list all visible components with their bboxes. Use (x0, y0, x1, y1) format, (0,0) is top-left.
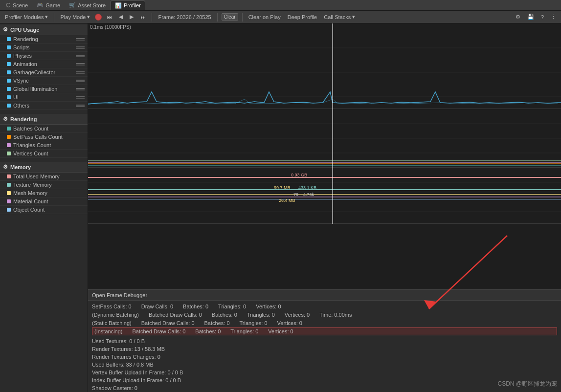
cpu-gi-label: Global Illumination (13, 86, 58, 92)
record-button[interactable] (95, 14, 102, 21)
svg-text:4.76k: 4.76k (303, 192, 314, 197)
stats-row-setpass: SetPass Calls: 0 Draw Calls: 0 Batches: … (92, 303, 557, 310)
next-frame-button[interactable]: ⏭ (138, 13, 148, 21)
call-stacks-arrow-icon: ▾ (352, 14, 355, 20)
setpass-calls-label: SetPass Calls Count (13, 134, 63, 140)
watermark: CSDN @野区捕龙为宠 (497, 380, 557, 388)
triangles-count-label: Triangles Count (13, 142, 51, 148)
toolbar: Profiler Modules ▾ Play Mode ▾ ⏮ ◀ ▶ ⏭ F… (0, 11, 561, 23)
right-panel: 0.1ms (10000FPS) 0.00ms (88, 23, 561, 392)
batches-stat-3: Batches: 0 (204, 320, 230, 326)
memory-section-title: Memory (10, 164, 31, 170)
step-back-button[interactable]: ◀ (117, 13, 125, 21)
call-stacks-button[interactable]: Call Stacks ▾ (322, 13, 357, 21)
stats-grid: SetPass Calls: 0 Draw Calls: 0 Batches: … (88, 301, 561, 337)
more-icon[interactable]: ⋮ (549, 13, 558, 21)
tab-game[interactable]: 🎮 Game (33, 0, 64, 10)
batches-count-label: Batches Count (13, 126, 48, 131)
step-forward-button[interactable]: ▶ (128, 13, 135, 21)
play-mode-label: Play Mode (60, 14, 86, 20)
cpu-section-header[interactable]: ⚙ CPU Usage (0, 24, 88, 35)
memory-section-header[interactable]: ⚙ Memory (0, 162, 88, 173)
total-memory-label: Total Used Memory (13, 174, 60, 179)
static-batching-label: (Static Batching) (92, 320, 132, 326)
rendering-chart-svg (88, 109, 561, 168)
separator-2 (152, 13, 152, 22)
save-icon[interactable]: 💾 (525, 13, 536, 21)
help-icon[interactable]: ? (539, 13, 546, 21)
rendering-lines (76, 38, 85, 41)
cpu-rendering[interactable]: Rendering (0, 35, 88, 44)
vertices-color (7, 152, 11, 155)
cpu-physics[interactable]: Physics (0, 52, 88, 60)
cpu-vsync[interactable]: VSync (0, 77, 88, 85)
play-mode-dropdown[interactable]: Play Mode ▾ (58, 13, 92, 21)
gc-lines (76, 71, 85, 74)
stats-row-instancing: (Instancing) Batched Draw Calls: 0 Batch… (92, 327, 557, 335)
cpu-scripts[interactable]: Scripts (0, 44, 88, 52)
deep-profile-button[interactable]: Deep Profile (286, 13, 319, 21)
memory-chart: 0.93 GB 99.7 MB 433.1 KB 79 4.76k 26.4 M… (88, 168, 561, 224)
total-used-memory[interactable]: Total Used Memory (0, 173, 88, 181)
triangles-count[interactable]: Triangles Count (0, 141, 88, 150)
clear-on-play-button[interactable]: Clear on Play (247, 13, 283, 21)
others-color (7, 104, 11, 108)
settings-icon[interactable]: ⚙ (514, 13, 522, 21)
texture-memory-label: Texture Memory (13, 182, 52, 188)
cpu-section-title: CPU Usage (10, 27, 39, 33)
tab-profiler-label: Profiler (124, 2, 141, 8)
cpu-gear-icon: ⚙ (3, 26, 8, 33)
texture-memory[interactable]: Texture Memory (0, 181, 88, 189)
rendering-section-header[interactable]: ⚙ Rendering (0, 114, 88, 125)
tab-bar: ⬡ Scene 🎮 Game 🛒 Asset Store 📊 Profiler (0, 0, 561, 11)
triangles-stat-3: Triangles: 0 (240, 320, 268, 326)
profiler-modules-label: Profiler Modules (5, 14, 44, 20)
frame-info: Frame: 20326 / 20525 (156, 13, 213, 21)
cpu-chart-svg: 0.00ms (88, 23, 561, 109)
batches-count[interactable]: Batches Count (0, 125, 88, 133)
cpu-animation[interactable]: Animation (0, 60, 88, 68)
scene-icon: ⬡ (6, 2, 11, 8)
triangles-color (7, 143, 11, 147)
rendering-section-title: Rendering (10, 116, 37, 122)
cpu-scripts-label: Scripts (13, 44, 30, 50)
cpu-others[interactable]: Others (0, 102, 88, 110)
vertices-count[interactable]: Vertices Count (0, 150, 88, 158)
profiler-modules-dropdown[interactable]: Profiler Modules ▾ (3, 13, 50, 21)
svg-text:79: 79 (293, 192, 298, 197)
tab-profiler[interactable]: 📊 Profiler (111, 0, 145, 10)
object-count-label: Object Count (13, 207, 45, 213)
triangles-stat-4: Triangles: 0 (230, 328, 258, 334)
stats-row-dynamic: (Dynamic Batching) Batched Draw Calls: 0… (92, 311, 557, 319)
assetstore-icon: 🛒 (69, 2, 76, 8)
cpu-gc-label: GarbageCollector (13, 69, 55, 75)
object-count[interactable]: Object Count (0, 206, 88, 214)
triangles-stat-2: Triangles: 0 (247, 312, 275, 318)
cpu-gi[interactable]: Global Illumination (0, 85, 88, 93)
tab-game-label: Game (45, 2, 60, 8)
setpass-calls[interactable]: SetPass Calls Count (0, 133, 88, 141)
material-count[interactable]: Material Count (0, 197, 88, 206)
call-stacks-label: Call Stacks (324, 14, 351, 20)
setpass-color (7, 135, 11, 139)
vsync-color (7, 79, 11, 83)
clear-button[interactable]: Clear (222, 13, 238, 21)
mesh-memory-color (7, 191, 11, 195)
material-count-color (7, 199, 11, 203)
cpu-gc[interactable]: GarbageCollector (0, 68, 88, 77)
prev-frame-button[interactable]: ⏮ (105, 13, 114, 21)
cpu-physics-label: Physics (13, 53, 32, 59)
open-frame-debugger-button[interactable]: Open Frame Debugger (88, 290, 561, 301)
gi-color (7, 87, 11, 91)
tab-assetstore[interactable]: 🛒 Asset Store (65, 0, 110, 10)
play-mode-arrow-icon: ▾ (87, 14, 90, 20)
cpu-ui[interactable]: UI (0, 93, 88, 102)
dynamic-batching-label: (Dynamic Batching) (92, 312, 139, 318)
animation-color (7, 62, 11, 66)
memory-gear-icon: ⚙ (3, 164, 8, 170)
mesh-memory[interactable]: Mesh Memory (0, 189, 88, 197)
main-container: ⚙ CPU Usage Rendering Scripts (0, 23, 561, 392)
svg-text:433.1 KB: 433.1 KB (298, 185, 316, 190)
tab-scene[interactable]: ⬡ Scene (2, 0, 32, 10)
time-stat: Time: 0.00ms (319, 312, 352, 318)
